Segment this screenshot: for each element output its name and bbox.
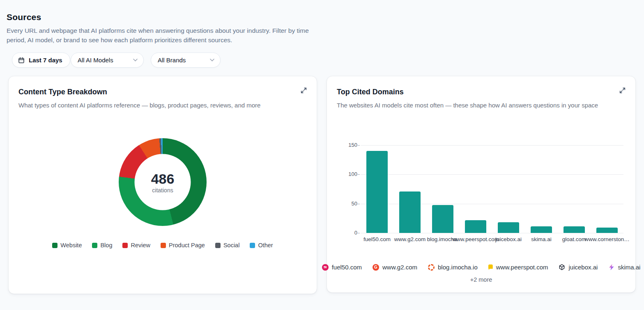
bar-blog-imocha[interactable] [432, 205, 453, 233]
card-title: Top Cited Domains [337, 88, 404, 96]
peerspot-favicon-icon [488, 264, 493, 270]
bar-gloat-com[interactable] [564, 226, 585, 233]
bar-skima-ai[interactable] [531, 226, 552, 233]
y-tick-label: 100 [343, 171, 357, 177]
x-tick-label: www.g2.com [394, 236, 426, 242]
legend-swatch [92, 243, 97, 248]
domain-chip-label: skima.ai [618, 264, 640, 271]
x-tick-label: fuel50.com [363, 236, 391, 242]
domain-chip-www-g2-com[interactable]: Gwww.g2.com [373, 264, 417, 271]
legend-label: Review [131, 242, 150, 248]
card-description: What types of content AI platforms refer… [18, 101, 294, 110]
y-tick-mark [358, 174, 360, 175]
brand-select[interactable]: All Brands [151, 52, 221, 68]
citations-total: 486 [151, 171, 175, 186]
domain-chip-blog-imocha-io[interactable]: blog.imocha.io [428, 264, 478, 271]
domain-chip-label: www.g2.com [382, 264, 417, 271]
y-tick-label: 150 [343, 142, 357, 148]
x-tick-label: gloat.com [562, 236, 586, 242]
citations-label: citations [152, 187, 173, 193]
domain-chip-label: www.peerspot.com [496, 264, 548, 271]
domain-chip-label: blog.imocha.io [438, 264, 478, 271]
y-tick-mark [358, 233, 360, 233]
content-type-breakdown-card: Content Type Breakdown What types of con… [8, 76, 317, 294]
page-title: Sources [7, 12, 41, 22]
g2-favicon-icon: G [373, 264, 379, 271]
x-tick-label: juicebox.ai [495, 236, 522, 242]
domain-chip-juicebox-ai[interactable]: juicebox.ai [559, 264, 598, 271]
domain-chip-skima-ai[interactable]: skima.ai [608, 264, 640, 271]
x-tick-label: www.peerspot.com [452, 236, 499, 242]
imocha-favicon-icon [428, 264, 435, 271]
legend-swatch [122, 243, 128, 248]
bar-juicebox-ai[interactable] [498, 222, 519, 233]
legend-label: Blog [100, 242, 112, 248]
legend-label: Other [258, 242, 273, 248]
chevron-down-icon [210, 59, 214, 62]
top-cited-domains-card: Top Cited Domains The websites AI models… [327, 76, 636, 293]
legend-item-social: Social [215, 242, 240, 248]
legend-label: Website [60, 242, 82, 248]
legend-swatch [250, 243, 255, 248]
card-description: The websites AI models cite most often —… [337, 101, 612, 110]
date-range-button[interactable]: Last 7 days [12, 52, 70, 68]
juicebox-favicon-icon [559, 264, 565, 271]
domain-chip-www-peerspot-com[interactable]: www.peerspot.com [488, 264, 548, 271]
expand-icon[interactable] [299, 86, 308, 94]
card-title: Content Type Breakdown [18, 88, 107, 96]
x-tick-label: www.cornerston… [584, 236, 630, 242]
legend-swatch [52, 243, 58, 248]
bar-www-cornerston[interactable] [596, 228, 618, 233]
legend-item-blog: Blog [92, 242, 112, 248]
gridline [361, 233, 623, 233]
legend-item-review: Review [122, 242, 150, 248]
date-range-label: Last 7 days [29, 57, 62, 64]
bar-plot: 050100150fuel50.comwww.g2.comblog.imocha… [361, 145, 623, 233]
domain-chip-row: 50fuel50.comGwww.g2.comblog.imocha.iowww… [327, 264, 635, 271]
legend-item-website: Website [52, 242, 82, 248]
legend-label: Social [223, 242, 240, 248]
gridline [361, 145, 623, 146]
chevron-down-icon [133, 59, 138, 62]
y-tick-label: 0 [343, 230, 357, 236]
fuel50-favicon-icon: 50 [322, 264, 329, 271]
x-tick-label: skima.ai [531, 236, 552, 242]
domain-chip-fuel50-com[interactable]: 50fuel50.com [322, 264, 362, 271]
y-tick-label: 50 [343, 201, 357, 207]
bar-www-g2-com[interactable] [399, 191, 421, 233]
top-domains-bar-chart: 050100150fuel50.comwww.g2.comblog.imocha… [343, 145, 627, 248]
expand-icon[interactable] [618, 86, 626, 94]
y-tick-mark [358, 204, 360, 204]
domain-chip-label: fuel50.com [332, 264, 362, 271]
bar-www-peerspot-com[interactable] [465, 220, 486, 233]
more-domains-link[interactable]: +2 more [327, 276, 635, 283]
content-type-legend: WebsiteBlogReviewProduct PageSocialOther [9, 242, 317, 248]
legend-label: Product Page [169, 242, 205, 248]
skima-favicon-icon [608, 264, 614, 270]
donut-center: 486 citations [135, 154, 191, 210]
calendar-icon [18, 57, 25, 64]
page-description: Every URL and webpage that AI platforms … [7, 26, 313, 45]
legend-swatch [215, 243, 221, 248]
y-tick-mark [358, 145, 360, 146]
legend-swatch [161, 243, 166, 248]
legend-item-product-page: Product Page [161, 242, 205, 248]
bar-fuel50-com[interactable] [366, 151, 388, 233]
legend-item-other: Other [250, 242, 273, 248]
content-type-donut-chart: 486 citations [119, 138, 207, 226]
brand-value: All Brands [158, 57, 186, 64]
domain-chip-label: juicebox.ai [568, 264, 598, 271]
gridline [361, 174, 623, 175]
ai-model-value: All AI Models [78, 57, 113, 64]
ai-model-select[interactable]: All AI Models [71, 52, 144, 68]
